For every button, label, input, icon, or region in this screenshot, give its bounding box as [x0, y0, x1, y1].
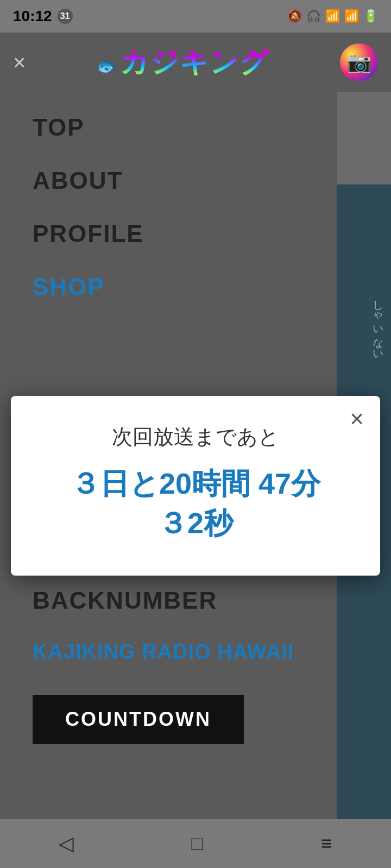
instagram-button[interactable]: 📷 — [340, 43, 378, 81]
menu-item-backnumber[interactable]: BACKNUMBER — [33, 587, 304, 614]
status-time: 10:12 — [13, 8, 52, 25]
home-button[interactable]: □ — [192, 832, 204, 855]
logo-text: カジキング — [120, 46, 269, 78]
right-edge-text: しゃいない — [369, 293, 387, 355]
logo-fish-icon: 🐟 — [96, 55, 118, 76]
status-icons: 🔕 🎧 📶 📶 🔋 — [287, 9, 378, 23]
header-close-button[interactable]: × — [13, 50, 26, 75]
signal-icon: 📶 — [344, 9, 359, 23]
modal-countdown: ３日と20時間 47分３2秒 — [33, 464, 358, 543]
menu-item-top[interactable]: TOP — [33, 114, 304, 141]
modal-dialog: × 次回放送まであと ３日と20時間 47分３2秒 — [11, 396, 380, 576]
back-button[interactable]: ◁ — [59, 832, 74, 855]
modal-subtitle: 次回放送まであと — [33, 423, 358, 451]
menu-item-about[interactable]: ABOUT — [33, 167, 304, 194]
instagram-icon: 📷 — [347, 51, 371, 74]
menu-item-shop[interactable]: SHOP — [33, 273, 304, 301]
wifi-icon: 📶 — [325, 9, 340, 23]
countdown-button[interactable]: COUNTDOWN — [33, 695, 244, 744]
bottom-navigation: ◁ □ ≡ — [0, 819, 391, 868]
modal-close-button[interactable]: × — [350, 407, 364, 431]
battery-icon: 🔋 — [363, 9, 378, 23]
app-header: × 🐟カジキング 📷 — [0, 33, 391, 92]
bluetooth-icon: 🎧 — [306, 9, 321, 23]
notification-badge: 31 — [58, 9, 73, 24]
header-logo: 🐟カジキング — [26, 43, 340, 81]
menu-item-radio[interactable]: KAJIKING RADIO HAWAII — [33, 640, 304, 663]
mute-icon: 🔕 — [287, 9, 302, 23]
status-bar: 10:12 31 🔕 🎧 📶 📶 🔋 — [0, 0, 391, 33]
menu-button[interactable]: ≡ — [321, 832, 332, 855]
menu-item-profile[interactable]: PROFILE — [33, 220, 304, 247]
